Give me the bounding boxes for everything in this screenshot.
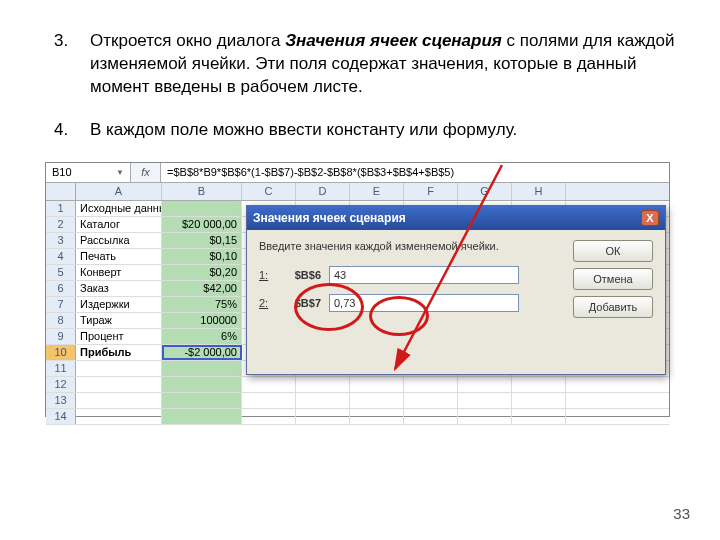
col-head-h[interactable]: H	[512, 183, 566, 200]
bullet-4-text: В каждом поле можно ввести константу или…	[90, 120, 517, 139]
col-head-b[interactable]: B	[162, 183, 242, 200]
cell-b[interactable]	[162, 201, 242, 216]
formula-bar: B10 ▼ fx =$B$8*B9*$B$6*(1-$B$7)-$B$2-$B$…	[46, 163, 669, 183]
cell-a[interactable]	[76, 377, 162, 392]
name-box[interactable]: B10 ▼	[46, 163, 131, 182]
cell-b[interactable]	[162, 361, 242, 376]
row-number[interactable]: 7	[46, 297, 76, 312]
col-head-f[interactable]: F	[404, 183, 458, 200]
cell-empty[interactable]	[296, 377, 350, 392]
col-head-a[interactable]: A	[76, 183, 162, 200]
cell-empty[interactable]	[350, 377, 404, 392]
bullet-4-number: 4.	[54, 119, 68, 142]
row-number[interactable]: 11	[46, 361, 76, 376]
dialog-title-text: Значения ячеек сценария	[253, 211, 406, 225]
cell-a[interactable]: Тираж	[76, 313, 162, 328]
name-box-value: B10	[52, 166, 72, 178]
cell-b[interactable]	[162, 409, 242, 424]
cell-empty[interactable]	[512, 377, 566, 392]
cell-empty[interactable]	[458, 393, 512, 408]
cell-a[interactable]: Рассылка	[76, 233, 162, 248]
column-headers: A B C D E F G H	[46, 183, 669, 201]
row-number[interactable]: 4	[46, 249, 76, 264]
cell-b[interactable]: $42,00	[162, 281, 242, 296]
bullet-3-emph: Значения ячеек сценария	[285, 31, 502, 50]
cell-empty[interactable]	[350, 409, 404, 424]
cell-empty[interactable]	[242, 393, 296, 408]
scenario-values-dialog: Значения ячеек сценария X Введите значен…	[246, 205, 666, 375]
cell-empty[interactable]	[512, 409, 566, 424]
col-head-c[interactable]: C	[242, 183, 296, 200]
col-head-d[interactable]: D	[296, 183, 350, 200]
cell-a[interactable]: Прибыль	[76, 345, 162, 360]
cell-a[interactable]: Издержки	[76, 297, 162, 312]
cell-a[interactable]: Процент	[76, 329, 162, 344]
table-row: 12	[46, 377, 669, 393]
field-1-label: 1:	[259, 269, 279, 281]
cell-b[interactable]: $20 000,00	[162, 217, 242, 232]
name-box-dropdown-icon[interactable]: ▼	[116, 168, 124, 177]
cell-a[interactable]	[76, 361, 162, 376]
row-number[interactable]: 10	[46, 345, 76, 360]
cell-empty[interactable]	[404, 409, 458, 424]
row-number[interactable]: 13	[46, 393, 76, 408]
row-number[interactable]: 2	[46, 217, 76, 232]
cell-a[interactable]: Исходные данные	[76, 201, 162, 216]
row-number[interactable]: 5	[46, 265, 76, 280]
row-number[interactable]: 9	[46, 329, 76, 344]
cell-empty[interactable]	[350, 393, 404, 408]
bullet-3-pre: Откроется окно диалога	[90, 31, 285, 50]
col-head-e[interactable]: E	[350, 183, 404, 200]
cell-b[interactable]: $0,20	[162, 265, 242, 280]
table-row: 13	[46, 393, 669, 409]
cell-b[interactable]: 6%	[162, 329, 242, 344]
cell-empty[interactable]	[296, 393, 350, 408]
cell-b[interactable]	[162, 393, 242, 408]
row-number[interactable]: 3	[46, 233, 76, 248]
row-number[interactable]: 6	[46, 281, 76, 296]
field-row-1: 1: $B$6 43	[259, 266, 573, 284]
cell-a[interactable]	[76, 409, 162, 424]
cell-a[interactable]: Печать	[76, 249, 162, 264]
cell-b[interactable]: $0,10	[162, 249, 242, 264]
field-2-ref: $B$7	[279, 297, 329, 309]
ok-button[interactable]: ОК	[573, 240, 653, 262]
field-2-input[interactable]: 0,73	[329, 294, 519, 312]
cell-b[interactable]: -$2 000,00	[162, 345, 242, 360]
cell-a[interactable]: Каталог	[76, 217, 162, 232]
bullet-4: 4. В каждом поле можно ввести константу …	[90, 119, 675, 142]
row-number[interactable]: 14	[46, 409, 76, 424]
col-head-g[interactable]: G	[458, 183, 512, 200]
cell-a[interactable]: Заказ	[76, 281, 162, 296]
cell-b[interactable]: $0,15	[162, 233, 242, 248]
cell-b[interactable]: 75%	[162, 297, 242, 312]
field-1-input[interactable]: 43	[329, 266, 519, 284]
row-number[interactable]: 1	[46, 201, 76, 216]
excel-screenshot: B10 ▼ fx =$B$8*B9*$B$6*(1-$B$7)-$B$2-$B$…	[45, 162, 670, 417]
cell-empty[interactable]	[404, 377, 458, 392]
cell-empty[interactable]	[404, 393, 458, 408]
cell-a[interactable]: Конверт	[76, 265, 162, 280]
cell-empty[interactable]	[296, 409, 350, 424]
cell-empty[interactable]	[242, 377, 296, 392]
row-number[interactable]: 8	[46, 313, 76, 328]
field-1-ref: $B$6	[279, 269, 329, 281]
cancel-button[interactable]: Отмена	[573, 268, 653, 290]
cell-empty[interactable]	[242, 409, 296, 424]
add-button[interactable]: Добавить	[573, 296, 653, 318]
cell-empty[interactable]	[458, 409, 512, 424]
cell-a[interactable]	[76, 393, 162, 408]
bullet-3-number: 3.	[54, 30, 68, 53]
row-number[interactable]: 12	[46, 377, 76, 392]
close-icon[interactable]: X	[641, 210, 659, 226]
dialog-titlebar[interactable]: Значения ячеек сценария X	[247, 206, 665, 230]
formula-input[interactable]: =$B$8*B9*$B$6*(1-$B$7)-$B$2-$B$8*($B$3+$…	[161, 163, 669, 182]
cell-b[interactable]: 100000	[162, 313, 242, 328]
cell-empty[interactable]	[458, 377, 512, 392]
field-row-2: 2: $B$7 0,73	[259, 294, 573, 312]
cell-empty[interactable]	[512, 393, 566, 408]
field-2-label: 2:	[259, 297, 279, 309]
dialog-instruction: Введите значения каждой изменяемой ячейк…	[259, 240, 573, 252]
cell-b[interactable]	[162, 377, 242, 392]
fx-label[interactable]: fx	[131, 163, 161, 182]
